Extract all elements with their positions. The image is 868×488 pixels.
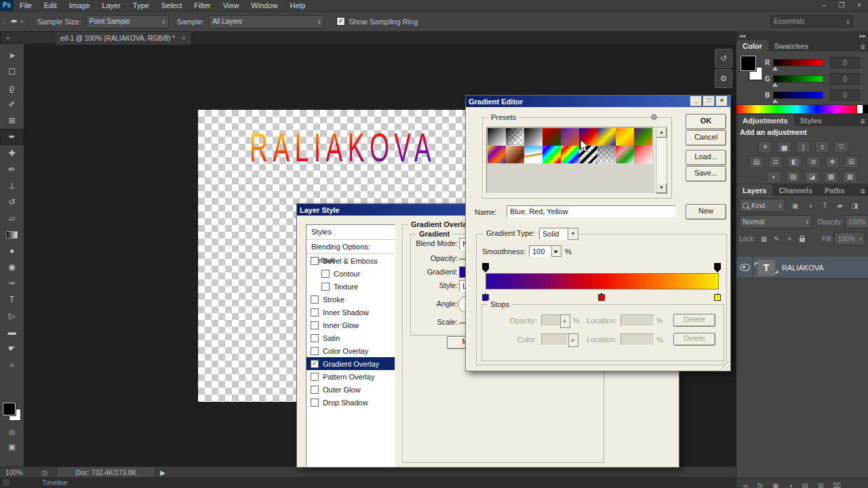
rectangle-tool[interactable]: ▬ [0,324,24,340]
slider-thumb-icon[interactable] [772,64,778,70]
checkbox[interactable] [311,308,319,317]
checkbox[interactable] [311,386,319,394]
gradient-preview-bar[interactable] [486,273,719,289]
opacity-stop[interactable] [482,263,490,272]
photo-filter-icon[interactable]: ⊚ [806,156,821,168]
lock-transparency-icon[interactable]: ▦ [758,234,770,244]
blending-options-item[interactable]: Blending Options: Default [307,240,395,254]
menu-file[interactable]: File [14,0,38,11]
cancel-button[interactable]: Cancel [686,130,726,146]
tab-layers[interactable]: Layers [736,184,772,196]
black-swatch[interactable] [863,104,868,114]
close-icon[interactable]: × [716,96,728,106]
hue-saturation-icon[interactable]: ▤ [749,156,764,168]
gradient-preset[interactable] [616,128,634,146]
threshold-icon[interactable]: ◪ [805,171,819,183]
gradient-preset[interactable] [506,128,524,146]
checkbox[interactable] [311,399,319,407]
vibrance-icon[interactable]: ▽ [834,141,848,153]
slider-thumb-icon[interactable] [772,96,778,103]
status-menu-arrow-icon[interactable]: ▶ [160,469,165,476]
shape-filter-icon[interactable]: ▰ [834,201,846,211]
panel-menu-icon[interactable]: ≣ [856,188,868,196]
color-lookup-icon[interactable]: ⊞ [844,156,859,168]
style-item-satin[interactable]: Satin [307,331,395,344]
style-item-stroke[interactable]: Stroke [307,293,395,306]
color-spectrum-bar[interactable] [736,104,856,113]
gradient-preset[interactable] [542,128,561,146]
gradient-preset[interactable] [634,146,652,163]
tab-adjustments[interactable]: Adjustments [736,115,794,126]
style-item-pattern-overlay[interactable]: Pattern Overlay [307,370,395,383]
scroll-down-icon[interactable]: ▼ [656,183,667,193]
properties-panel-button[interactable]: ⚙ [715,69,732,88]
lock-position-icon[interactable]: + [784,234,795,244]
document-size-info[interactable]: Doc: 732.4K/173.8K [58,468,153,478]
spinner-arrow-icon[interactable]: ▶ [551,245,561,257]
hand-tool[interactable]: ☛ [0,340,24,357]
panel-menu-icon[interactable]: ≣ [856,43,868,52]
style-item-color-overlay[interactable]: Color Overlay [307,344,395,357]
blur-tool[interactable]: ● [0,243,24,259]
dropdown-arrow-icon[interactable]: ▼ [568,228,578,240]
layer-name[interactable]: RALIAKOVA [782,264,824,272]
close-button[interactable]: × [850,0,868,11]
clone-stamp-tool[interactable]: ⊥ [0,178,24,194]
minimize-button[interactable]: – [815,0,833,11]
channel-slider[interactable] [773,75,823,83]
panel-menu-icon[interactable]: ≣ [856,118,868,126]
scroll-up-icon[interactable]: ▲ [656,127,667,138]
resize-grip[interactable] [721,361,729,369]
color-balance-icon[interactable]: ⚖ [768,156,783,168]
expand-panels-icon[interactable]: ▶▶ [860,33,866,38]
presets-scrollbar[interactable]: ▲ ▼ [656,127,667,194]
gradient-preset[interactable] [634,128,652,146]
zoom-level[interactable]: 100% [5,469,23,476]
checkbox[interactable] [311,296,319,304]
opacity-stop[interactable] [714,263,722,272]
quick-mask-button[interactable]: ◎ [0,424,24,439]
type-layer-thumbnail[interactable]: T [757,260,775,276]
link-layers-icon[interactable]: ∞ [743,482,748,488]
channel-mixer-icon[interactable]: ❖ [825,156,840,168]
menu-image[interactable]: Image [63,0,96,11]
lock-pixels-icon[interactable]: ✎ [771,234,783,244]
history-brush-tool[interactable]: ↺ [0,194,24,210]
maximize-icon[interactable]: □ [703,96,715,106]
foreground-color-swatch[interactable] [3,403,16,415]
type-filter-icon[interactable]: T [819,201,831,211]
sample-dropdown[interactable]: All Layers ▲▼ [209,15,324,28]
checkbox[interactable] [311,373,319,381]
style-item-drop-shadow[interactable]: Drop Shadow [307,396,395,409]
checkbox[interactable] [311,257,319,265]
zoom-tool[interactable]: ⌕ [0,357,24,373]
minimize-icon[interactable]: _ [690,96,702,106]
pixel-filter-icon[interactable]: ▣ [789,201,801,211]
styles-list-header[interactable]: Styles [307,225,395,240]
style-item-gradient-overlay[interactable]: ✓Gradient Overlay [307,357,395,370]
menu-help[interactable]: Help [283,0,311,11]
collapse-panels-icon[interactable]: ◀◀ [739,33,745,38]
checkbox[interactable] [311,347,319,355]
black-white-icon[interactable]: ◧ [787,156,802,168]
new-adjustment-layer-icon[interactable]: ◑ [788,482,792,488]
tab-styles[interactable]: Styles [794,115,828,126]
workspace-dropdown[interactable]: Essentials ▲▼ [770,15,853,28]
opacity-dropdown[interactable]: 100% ▼ [845,215,868,228]
channel-value[interactable]: 0 [830,89,860,101]
tab-color[interactable]: Color [736,40,768,52]
pen-tool[interactable]: ✑ [0,275,24,291]
ok-button[interactable]: OK [686,114,726,129]
quick-selection-tool[interactable]: ✐ [0,96,24,113]
eyedropper-tool-badge[interactable]: ✒ ▾ [8,16,29,26]
brush-tool[interactable]: ✏ [0,161,24,178]
checkbox[interactable] [321,270,330,278]
checkbox[interactable] [311,321,319,329]
dodge-tool[interactable]: ◉ [0,259,24,275]
new-button[interactable]: New [686,204,726,220]
layer-effects-icon[interactable]: fx [757,482,763,488]
gradient-preset[interactable] [542,146,561,163]
tab-paths[interactable]: Paths [818,184,851,196]
color-stop[interactable] [482,290,490,301]
document-tab[interactable]: ed-1 @ 100% (RALIAKOVA, RGB/8) * × [54,31,192,45]
